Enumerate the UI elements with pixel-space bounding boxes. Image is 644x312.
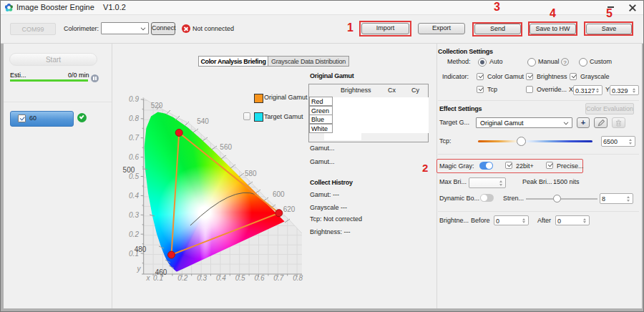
- svg-text:580: 580: [245, 170, 257, 177]
- svg-text:0.3: 0.3: [197, 274, 207, 282]
- svg-text:0.6: 0.6: [255, 274, 265, 282]
- svg-text:0.5: 0.5: [235, 274, 245, 282]
- svg-text:0.8: 0.8: [293, 274, 303, 282]
- svg-text:560: 560: [220, 143, 232, 151]
- svg-text:x: x: [146, 274, 151, 282]
- svg-text:480: 480: [135, 245, 147, 253]
- svg-text:0.7: 0.7: [129, 134, 139, 142]
- svg-text:620: 620: [283, 205, 296, 213]
- svg-text:0.4: 0.4: [129, 192, 139, 200]
- svg-text:520: 520: [151, 102, 163, 109]
- svg-text:0.3: 0.3: [129, 211, 139, 219]
- svg-text:0.4: 0.4: [216, 274, 226, 282]
- svg-text:0.2: 0.2: [129, 230, 139, 238]
- svg-text:500: 500: [123, 166, 135, 174]
- svg-text:600: 600: [273, 190, 285, 198]
- svg-text:460: 460: [155, 268, 167, 276]
- svg-text:0.2: 0.2: [177, 274, 187, 282]
- svg-text:0.8: 0.8: [129, 114, 139, 122]
- svg-text:0.7: 0.7: [273, 274, 283, 282]
- svg-text:540: 540: [197, 117, 209, 125]
- svg-text:0.9: 0.9: [129, 95, 139, 103]
- svg-text:y: y: [137, 265, 142, 273]
- svg-text:0.6: 0.6: [129, 153, 139, 161]
